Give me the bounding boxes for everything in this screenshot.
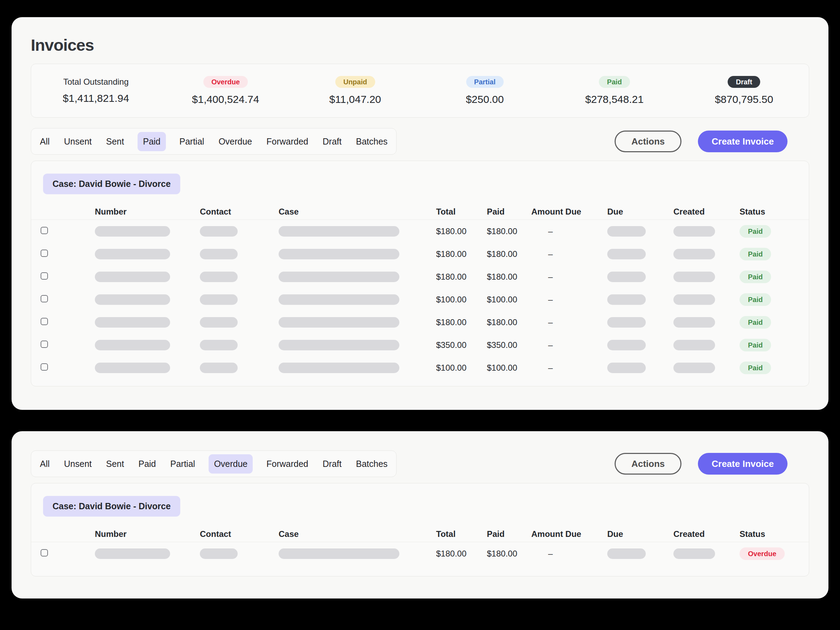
contact-skeleton — [200, 272, 238, 282]
case-filter-chip[interactable]: Case: David Bowie - Divorce — [43, 174, 180, 194]
number-skeleton — [95, 340, 170, 351]
stat-paid: Paid $278,548.21 — [549, 76, 679, 105]
tab-overdue[interactable]: Overdue — [208, 454, 253, 474]
stat-label: Total Outstanding — [63, 77, 129, 87]
total-value: $180.00 — [427, 549, 477, 559]
due-skeleton — [607, 548, 646, 559]
tab-unsent[interactable]: Unsent — [63, 455, 92, 473]
tab-all[interactable]: All — [39, 132, 51, 151]
paid-badge: Paid — [599, 76, 630, 88]
tab-paid[interactable]: Paid — [137, 455, 156, 473]
case-skeleton — [279, 249, 399, 259]
row-select-checkbox[interactable] — [41, 363, 48, 371]
due-skeleton — [607, 340, 646, 351]
contact-skeleton — [200, 249, 238, 259]
tab-all[interactable]: All — [39, 455, 51, 473]
tab-partial[interactable]: Partial — [170, 455, 196, 473]
status-badge: Paid — [739, 293, 771, 306]
invoices-table: Number Contact Case Total Paid Amount Du… — [31, 526, 809, 565]
status-badge: Paid — [739, 316, 771, 328]
stat-value: $1,411,821.94 — [63, 92, 129, 104]
due-skeleton — [607, 317, 646, 328]
column-header-paid: Paid — [477, 529, 522, 539]
create-invoice-button[interactable]: Create Invoice — [698, 453, 788, 475]
overdue-badge: Overdue — [203, 76, 248, 88]
created-skeleton — [673, 226, 715, 237]
created-skeleton — [673, 294, 715, 305]
actions-button[interactable]: Actions — [614, 131, 681, 152]
stat-draft: Draft $870,795.50 — [679, 76, 809, 105]
row-select-checkbox[interactable] — [41, 549, 48, 556]
row-select-checkbox[interactable] — [41, 227, 48, 234]
row-select-checkbox[interactable] — [41, 249, 48, 257]
case-skeleton — [279, 363, 399, 373]
number-skeleton — [95, 249, 170, 259]
created-skeleton — [673, 317, 715, 328]
row-select-checkbox[interactable] — [41, 295, 48, 302]
case-filter-chip[interactable]: Case: David Bowie - Divorce — [43, 496, 180, 516]
invoice-row: $180.00 $180.00 – Paid — [31, 311, 809, 333]
total-value: $180.00 — [427, 249, 477, 259]
amount-due-value: – — [522, 317, 598, 327]
status-badge: Paid — [739, 362, 771, 374]
contact-skeleton — [200, 226, 238, 237]
tab-unsent[interactable]: Unsent — [63, 132, 92, 151]
number-skeleton — [95, 548, 170, 559]
tab-batches[interactable]: Batches — [355, 455, 388, 473]
paid-value: $100.00 — [477, 363, 522, 373]
tab-overdue[interactable]: Overdue — [218, 132, 253, 151]
tab-draft[interactable]: Draft — [322, 132, 342, 151]
actions-button[interactable]: Actions — [614, 453, 681, 475]
stat-value: $278,548.21 — [585, 93, 644, 105]
paid-value: $180.00 — [477, 226, 522, 236]
invoice-row: $180.00 $180.00 – Paid — [31, 243, 809, 265]
invoice-row: $100.00 $100.00 – Paid — [31, 288, 809, 311]
created-skeleton — [673, 363, 715, 373]
invoice-row: $180.00 $180.00 – Paid — [31, 265, 809, 288]
row-select-checkbox[interactable] — [41, 272, 48, 279]
paid-value: $180.00 — [477, 317, 522, 327]
tab-draft[interactable]: Draft — [322, 455, 342, 473]
page-title: Invoices — [31, 35, 809, 55]
invoices-panel-paid: Invoices Total Outstanding $1,411,821.94… — [11, 17, 829, 410]
number-skeleton — [95, 363, 170, 373]
tab-sent[interactable]: Sent — [105, 132, 125, 151]
invoice-row: $180.00 $180.00 – Overdue — [31, 542, 809, 565]
amount-due-value: – — [522, 249, 598, 259]
due-skeleton — [607, 294, 646, 305]
column-header-contact: Contact — [190, 207, 269, 217]
tab-forwarded[interactable]: Forwarded — [266, 132, 309, 151]
case-skeleton — [279, 294, 399, 305]
tab-partial[interactable]: Partial — [179, 132, 205, 151]
column-header-total: Total — [427, 207, 477, 217]
number-skeleton — [95, 272, 170, 282]
contact-skeleton — [200, 548, 238, 559]
due-skeleton — [607, 226, 646, 237]
tab-sent[interactable]: Sent — [105, 455, 125, 473]
amount-due-value: – — [522, 363, 598, 373]
summary-card: Total Outstanding $1,411,821.94 Overdue … — [31, 64, 809, 118]
filter-tabs: All Unsent Sent Paid Partial Overdue For… — [31, 128, 396, 155]
stat-value: $11,047.20 — [329, 93, 381, 105]
tab-forwarded[interactable]: Forwarded — [266, 455, 309, 473]
column-header-number: Number — [85, 529, 190, 539]
toolbar-buttons: Actions Create Invoice — [614, 131, 788, 152]
status-badge: Overdue — [739, 547, 785, 560]
amount-due-value: – — [522, 226, 598, 236]
create-invoice-button[interactable]: Create Invoice — [698, 131, 788, 152]
column-header-status: Status — [730, 207, 787, 217]
paid-value: $180.00 — [477, 249, 522, 259]
contact-skeleton — [200, 294, 238, 305]
column-header-amount-due: Amount Due — [522, 529, 598, 539]
tab-batches[interactable]: Batches — [355, 132, 388, 151]
invoices-panel-overdue: All Unsent Sent Paid Partial Overdue For… — [11, 431, 829, 598]
column-header-number: Number — [85, 207, 190, 217]
row-select-checkbox[interactable] — [41, 318, 48, 325]
number-skeleton — [95, 317, 170, 328]
due-skeleton — [607, 249, 646, 259]
row-select-checkbox[interactable] — [41, 341, 48, 348]
controls-row: All Unsent Sent Paid Partial Overdue For… — [31, 128, 809, 155]
contact-skeleton — [200, 340, 238, 351]
paid-value: $180.00 — [477, 549, 522, 559]
tab-paid[interactable]: Paid — [137, 132, 166, 151]
